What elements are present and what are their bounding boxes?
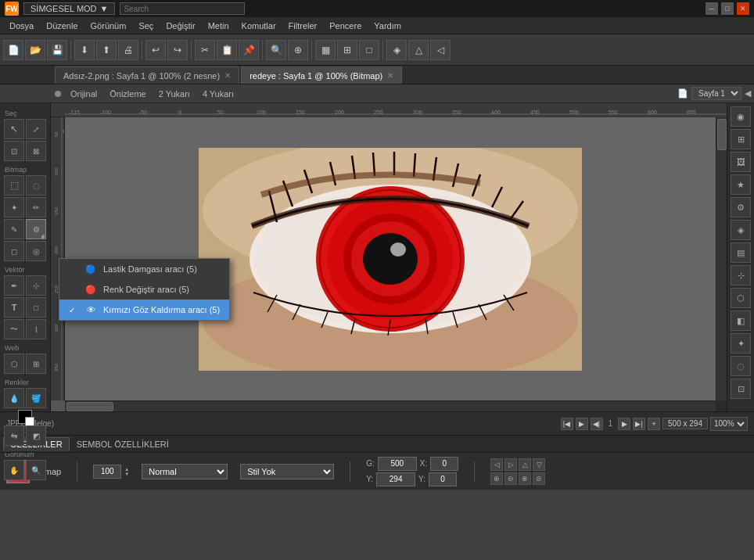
- hand-tool[interactable]: ✋: [4, 460, 24, 480]
- subtab-4yukari[interactable]: 4 Yukarı: [196, 88, 240, 100]
- x-input[interactable]: [430, 457, 458, 471]
- menu-komutlar[interactable]: Komutlar: [235, 20, 282, 32]
- tab-adsiz[interactable]: Adsız-2.png : Sayfa 1 @ 100% (2 nesne) ✕: [55, 66, 239, 84]
- nav-last[interactable]: ◀|: [591, 418, 603, 430]
- blend-mode-select[interactable]: Normal Multiply Screen Overlay: [142, 464, 228, 479]
- opacity-down[interactable]: ▼: [124, 472, 129, 476]
- menu-pencere[interactable]: Pencere: [323, 20, 368, 32]
- zoom-select[interactable]: 100% 50% 200%: [710, 417, 748, 431]
- menu-sec[interactable]: Seç: [132, 20, 160, 32]
- nav-add[interactable]: +: [648, 418, 660, 430]
- scrollbar-horizontal[interactable]: [65, 400, 716, 411]
- zoom-button[interactable]: ⊕: [288, 40, 308, 60]
- eyedropper-tool[interactable]: 💧: [4, 388, 24, 408]
- action-btn-8[interactable]: ⊘: [533, 472, 545, 485]
- scroll-thumb-v[interactable]: [717, 119, 727, 150]
- subtab-orijinal[interactable]: Orijinal: [64, 88, 103, 100]
- zoom-tool[interactable]: 🔍: [26, 460, 46, 480]
- tab-close-redeye[interactable]: ✕: [387, 71, 393, 80]
- rp-btn-12[interactable]: ◌: [731, 356, 751, 376]
- find-button[interactable]: 🔍: [266, 40, 286, 60]
- minimize-button[interactable]: ─: [706, 2, 718, 15]
- menu-degistir[interactable]: Değiştir: [160, 20, 201, 32]
- height-input[interactable]: [376, 472, 415, 486]
- undo-button[interactable]: ↩: [145, 40, 166, 60]
- distribute-button[interactable]: ⊞: [337, 40, 357, 60]
- rubber-stamp-tool[interactable]: ⚙▾: [26, 219, 46, 239]
- subtab-onizleme[interactable]: Önizleme: [103, 88, 152, 100]
- paste-button[interactable]: 📌: [239, 40, 259, 60]
- node-tool[interactable]: ⊹: [26, 275, 46, 296]
- action-btn-4[interactable]: ▽: [533, 458, 545, 471]
- nav-prev[interactable]: ▶: [576, 418, 588, 430]
- maximize-button[interactable]: □: [721, 2, 734, 15]
- import-button[interactable]: ⬇: [74, 40, 95, 60]
- mode-dropdown-icon[interactable]: ▼: [100, 4, 109, 13]
- rp-btn-7[interactable]: ▤: [731, 242, 751, 263]
- hotspot-tool[interactable]: ⬡: [4, 354, 24, 374]
- page-nav-left[interactable]: ◀: [745, 88, 751, 99]
- copy-button[interactable]: 📋: [217, 40, 237, 60]
- ctx-rubber-stamp[interactable]: 🔵 Lastik Damgası aracı (5): [59, 259, 229, 279]
- close-button[interactable]: ✕: [737, 2, 749, 15]
- redo-button[interactable]: ↪: [167, 40, 188, 60]
- width-input[interactable]: [378, 457, 417, 471]
- print-button[interactable]: 🖨: [118, 40, 138, 60]
- eraser-tool[interactable]: ◻: [4, 241, 24, 261]
- lasso-tool[interactable]: ◌: [26, 175, 46, 196]
- nav-first[interactable]: |◀: [561, 418, 573, 430]
- subtab-2yukari[interactable]: 2 Yukarı: [153, 88, 196, 100]
- mode-selector[interactable]: SİMGESEL MOD ▼: [23, 2, 115, 15]
- marquee-tool[interactable]: ⬚: [4, 175, 24, 196]
- ctx-red-eye[interactable]: ✓ 👁 Kırmızı Göz Kaldırma aracı (5): [59, 300, 229, 320]
- crop-tool[interactable]: ⊠: [26, 141, 46, 161]
- swap-colors[interactable]: ⇆: [4, 425, 24, 446]
- brush-tool[interactable]: ✏: [26, 197, 46, 217]
- search-input[interactable]: [120, 2, 245, 15]
- ctx-color-replace[interactable]: 🔴 Renk Değiştir aracı (5): [59, 279, 229, 300]
- scroll-thumb-h[interactable]: [66, 402, 113, 411]
- rp-btn-1[interactable]: ◉: [731, 106, 751, 127]
- menu-filtreler[interactable]: Filtreler: [282, 20, 324, 32]
- action-btn-7[interactable]: ⊗: [519, 472, 531, 485]
- slice-tool[interactable]: ⊞: [26, 354, 46, 374]
- stroke-color[interactable]: [18, 410, 32, 424]
- action-btn-6[interactable]: ⊖: [504, 472, 517, 485]
- menu-dosya[interactable]: Dosya: [3, 20, 40, 32]
- select-tool[interactable]: ↖: [4, 119, 24, 139]
- pencil-tool[interactable]: ✎: [4, 219, 24, 239]
- action-btn-1[interactable]: ◁: [490, 458, 503, 471]
- extra-btn-3[interactable]: ◁: [430, 40, 451, 60]
- action-btn-2[interactable]: ▷: [504, 458, 517, 471]
- nav-end[interactable]: ▶|: [633, 418, 645, 430]
- scale-tool[interactable]: ⊡: [4, 141, 24, 161]
- export-button[interactable]: ⬆: [96, 40, 117, 60]
- rp-btn-13[interactable]: ⊡: [731, 379, 751, 399]
- tab-close-adsiz[interactable]: ✕: [224, 71, 231, 80]
- menu-yardim[interactable]: Yardım: [368, 20, 408, 32]
- cut-button[interactable]: ✂: [195, 40, 215, 60]
- blur-tool[interactable]: ◎: [26, 241, 46, 261]
- rp-btn-6[interactable]: ◈: [731, 220, 751, 240]
- knife-tool[interactable]: ⌇: [26, 319, 46, 339]
- freeform-tool[interactable]: 〜: [4, 319, 24, 339]
- rp-btn-4[interactable]: ★: [731, 174, 751, 195]
- menu-metin[interactable]: Metin: [202, 20, 235, 32]
- extra-btn-1[interactable]: ◈: [386, 40, 407, 60]
- paint-bucket[interactable]: 🪣: [26, 388, 46, 408]
- style-select[interactable]: Stil Yok: [240, 464, 334, 479]
- rp-btn-2[interactable]: ⊞: [731, 129, 751, 149]
- rp-btn-10[interactable]: ◧: [731, 311, 751, 331]
- rp-btn-5[interactable]: ⚙: [731, 197, 751, 217]
- rp-btn-9[interactable]: ⬡: [731, 288, 751, 308]
- group-button[interactable]: □: [359, 40, 379, 60]
- extra-btn-2[interactable]: △: [408, 40, 429, 60]
- rp-btn-3[interactable]: 🖼: [731, 152, 751, 172]
- scrollbar-vertical[interactable]: [716, 117, 727, 400]
- rp-btn-11[interactable]: ✦: [731, 333, 751, 354]
- magic-wand[interactable]: ✦: [4, 197, 24, 217]
- rp-btn-8[interactable]: ⊹: [731, 265, 751, 285]
- tab-redeye[interactable]: redeye : Sayfa 1 @ 100% (Bitmap) ✕: [241, 66, 402, 84]
- text-tool[interactable]: T: [4, 297, 24, 318]
- nav-next[interactable]: ▶: [618, 418, 630, 430]
